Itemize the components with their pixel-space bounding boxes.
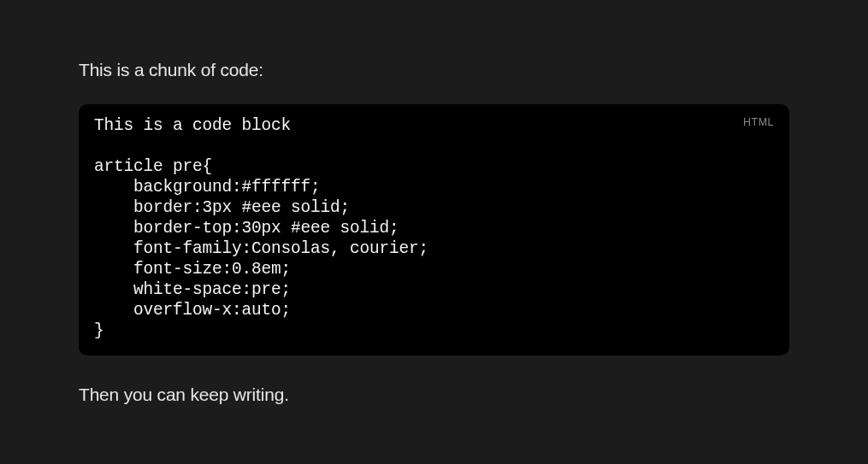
- intro-paragraph: This is a chunk of code:: [79, 60, 789, 80]
- code-content: This is a code block article pre{ backgr…: [94, 116, 774, 342]
- code-block: HTML This is a code block article pre{ b…: [79, 104, 789, 355]
- outro-paragraph: Then you can keep writing.: [79, 385, 789, 405]
- code-language-badge: HTML: [743, 116, 774, 128]
